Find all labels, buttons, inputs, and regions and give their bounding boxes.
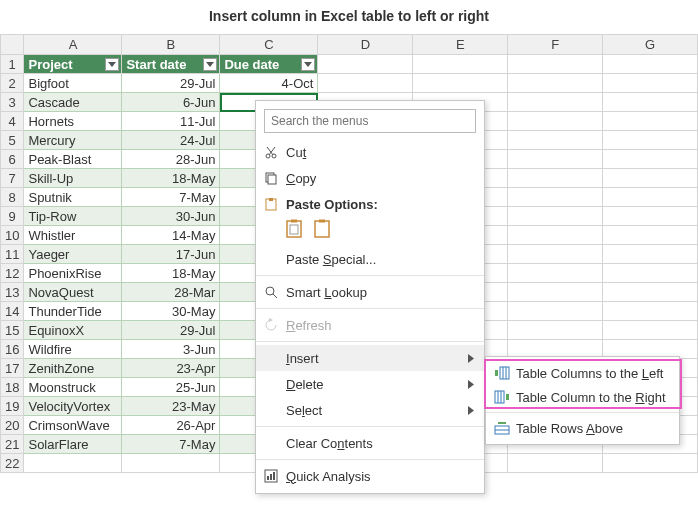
cell[interactable]: 3-Jun (122, 340, 220, 359)
cell[interactable]: Whistler (24, 226, 122, 245)
col-header-G[interactable]: G (603, 35, 698, 55)
menu-paste-special[interactable]: Paste Special... (256, 246, 484, 272)
row-header[interactable]: 21 (1, 435, 24, 454)
cell[interactable]: Cascade (24, 93, 122, 112)
cell[interactable] (508, 131, 603, 150)
cell[interactable] (508, 245, 603, 264)
cell[interactable]: 28-Mar (122, 283, 220, 302)
cell[interactable]: Yaeger (24, 245, 122, 264)
table-header-due-date[interactable]: Due date (220, 55, 318, 74)
cell[interactable]: SolarFlare (24, 435, 122, 454)
cell[interactable]: ZenithZone (24, 359, 122, 378)
cell[interactable]: 11-Jul (122, 112, 220, 131)
paste-values-icon[interactable] (314, 219, 332, 242)
cell[interactable]: ThunderTide (24, 302, 122, 321)
cell[interactable] (508, 302, 603, 321)
cell[interactable] (508, 207, 603, 226)
cell[interactable]: VelocityVortex (24, 397, 122, 416)
cell[interactable]: 6-Jun (122, 93, 220, 112)
row-header[interactable]: 10 (1, 226, 24, 245)
cell[interactable] (603, 207, 698, 226)
cell[interactable] (603, 321, 698, 340)
cell[interactable] (603, 169, 698, 188)
row-header[interactable]: 6 (1, 150, 24, 169)
cell[interactable]: 24-Jul (122, 131, 220, 150)
cell[interactable]: Moonstruck (24, 378, 122, 397)
row-header[interactable]: 13 (1, 283, 24, 302)
cell[interactable] (603, 112, 698, 131)
menu-smart-lookup[interactable]: Smart Lookup (256, 279, 484, 305)
cell[interactable]: 18-May (122, 169, 220, 188)
cell[interactable] (508, 112, 603, 131)
select-all-corner[interactable] (1, 35, 24, 55)
filter-dropdown-icon[interactable] (301, 58, 315, 71)
row-header[interactable]: 3 (1, 93, 24, 112)
paste-default-icon[interactable] (286, 219, 304, 242)
col-header-B[interactable]: B (122, 35, 220, 55)
cell[interactable]: Bigfoot (24, 74, 122, 93)
col-header-A[interactable]: A (24, 35, 122, 55)
row-header[interactable]: 16 (1, 340, 24, 359)
cell[interactable]: CrimsonWave (24, 416, 122, 435)
row-header[interactable]: 8 (1, 188, 24, 207)
cell[interactable]: 25-Jun (122, 378, 220, 397)
row-header[interactable]: 9 (1, 207, 24, 226)
cell[interactable]: 7-May (122, 435, 220, 454)
cell[interactable]: Skill-Up (24, 169, 122, 188)
submenu-table-rows-above[interactable]: Table Rows Above (486, 416, 679, 440)
row-header[interactable]: 2 (1, 74, 24, 93)
cell[interactable] (508, 321, 603, 340)
cell[interactable] (603, 245, 698, 264)
cell[interactable] (508, 188, 603, 207)
cell[interactable]: 23-Apr (122, 359, 220, 378)
table-header-start-date[interactable]: Start date (122, 55, 220, 74)
menu-copy[interactable]: Copy (256, 165, 484, 191)
row-header[interactable]: 12 (1, 264, 24, 283)
cell[interactable]: 7-May (122, 188, 220, 207)
submenu-table-column-right[interactable]: Table Column to the Right (486, 385, 679, 409)
cell[interactable]: Wildfire (24, 340, 122, 359)
col-header-E[interactable]: E (413, 35, 508, 55)
row-header[interactable]: 1 (1, 55, 24, 74)
table-header-project[interactable]: Project (24, 55, 122, 74)
cell[interactable] (603, 264, 698, 283)
cell[interactable]: 17-Jun (122, 245, 220, 264)
row-header[interactable]: 20 (1, 416, 24, 435)
row-header[interactable]: 11 (1, 245, 24, 264)
row-header[interactable]: 17 (1, 359, 24, 378)
menu-clear-contents[interactable]: Clear Contents (256, 430, 484, 456)
cell[interactable] (603, 302, 698, 321)
cell[interactable]: Tip-Row (24, 207, 122, 226)
cell[interactable]: 29-Jul (122, 74, 220, 93)
row-header[interactable]: 7 (1, 169, 24, 188)
row-header[interactable]: 5 (1, 131, 24, 150)
row-header[interactable]: 14 (1, 302, 24, 321)
cell[interactable] (603, 226, 698, 245)
cell[interactable] (508, 264, 603, 283)
filter-dropdown-icon[interactable] (105, 58, 119, 71)
col-header-C[interactable]: C (220, 35, 318, 55)
cell[interactable] (508, 93, 603, 112)
submenu-table-columns-left[interactable]: Table Columns to the Left (486, 361, 679, 385)
cell[interactable]: Sputnik (24, 188, 122, 207)
row-header[interactable]: 19 (1, 397, 24, 416)
menu-insert[interactable]: Insert (256, 345, 484, 371)
cell[interactable]: 4-Oct (220, 74, 318, 93)
row-header[interactable]: 4 (1, 112, 24, 131)
col-header-F[interactable]: F (508, 35, 603, 55)
cell[interactable]: Peak-Blast (24, 150, 122, 169)
cell[interactable]: 30-May (122, 302, 220, 321)
cell[interactable] (318, 74, 413, 93)
menu-delete[interactable]: Delete (256, 371, 484, 397)
cell[interactable]: EquinoxX (24, 321, 122, 340)
cell[interactable] (603, 131, 698, 150)
cell[interactable]: 23-May (122, 397, 220, 416)
cell[interactable]: 30-Jun (122, 207, 220, 226)
row-header[interactable]: 15 (1, 321, 24, 340)
cell[interactable] (508, 226, 603, 245)
cell[interactable]: Hornets (24, 112, 122, 131)
col-header-D[interactable]: D (318, 35, 413, 55)
cell[interactable]: 14-May (122, 226, 220, 245)
cell[interactable] (603, 283, 698, 302)
cell[interactable] (508, 74, 603, 93)
